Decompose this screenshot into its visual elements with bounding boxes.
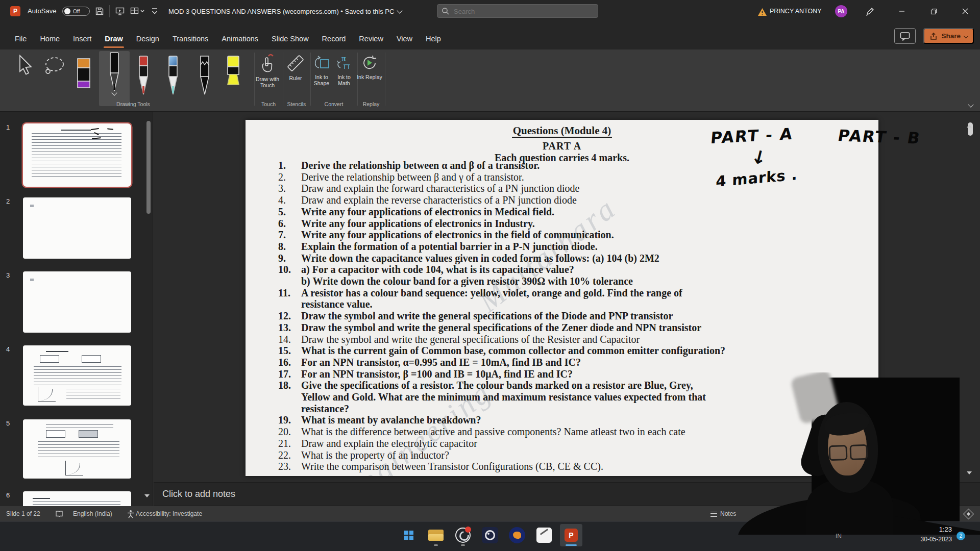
highlighter-tool[interactable] [226, 55, 241, 96]
ruler-button[interactable]: Ruler [283, 54, 308, 81]
question-text: What is the difference between active an… [301, 426, 685, 438]
question-text: Draw the symbol and write the general sp… [301, 310, 673, 322]
menu-tab[interactable]: Design [130, 30, 166, 49]
thumbnail-scroll-down-button[interactable] [144, 497, 150, 506]
webcam-app-icon[interactable] [479, 524, 501, 546]
scroll-down-button[interactable] [967, 474, 972, 484]
thumbnail-panel-scrollbar[interactable] [146, 121, 151, 214]
share-label: Share [941, 32, 961, 40]
menu-tab[interactable]: Slide Show [265, 30, 315, 49]
document-title[interactable]: MOD 3 QUESTIONS AND ANSWERS (wecompress.… [168, 0, 402, 22]
powerpoint-window: P AutoSave Off MOD 3 QUESTIONS AND ANSWE… [0, 0, 980, 551]
question-row: 15. What is the current gain of Common b… [278, 345, 878, 357]
customize-quick-access-toolbar-button[interactable] [149, 6, 160, 16]
select-tool[interactable] [16, 55, 35, 76]
whiteboard-app-icon[interactable] [533, 524, 555, 546]
start-presentation-button[interactable] [114, 6, 126, 16]
scroll-up-button[interactable] [967, 116, 972, 125]
question-list: 1. Derive the relationship between α and… [278, 160, 878, 472]
autosave-toggle[interactable]: Off [62, 7, 90, 16]
ink-to-math-icon: π [335, 54, 353, 72]
slide-thumbnail-2[interactable] [23, 197, 131, 259]
save-button[interactable] [94, 6, 105, 16]
menu-tab[interactable]: Help [419, 30, 448, 49]
menu-tab[interactable]: View [390, 30, 419, 49]
menu-tab[interactable]: Review [352, 30, 390, 49]
eraser-tool[interactable] [76, 58, 92, 90]
slide-thumbnail-5[interactable] [23, 419, 131, 479]
share-button[interactable]: Share [923, 28, 974, 44]
restore-button[interactable] [921, 0, 946, 22]
slide-thumbnail-1[interactable] [23, 123, 131, 187]
slide-thumbnail-3[interactable] [23, 271, 131, 333]
slide-thumbnail-6[interactable] [23, 491, 131, 506]
question-text: Draw and explain the electrolytic capaci… [301, 438, 477, 449]
collapse-ribbon-button[interactable] [969, 99, 973, 109]
question-text: resistance value. [301, 298, 373, 310]
question-row: Yellow and Gold. What are the minimum an… [278, 391, 878, 403]
language-status[interactable]: English (India) [73, 506, 112, 521]
notes-toggle-button[interactable]: Notes [710, 506, 736, 521]
fit-slide-to-window-button[interactable] [965, 506, 972, 521]
ink-replay-button[interactable]: Ink Replay [356, 54, 383, 80]
user-name[interactable]: PRINCY ANTONY [770, 0, 822, 22]
media-app-icon[interactable] [506, 524, 528, 546]
notes-pane[interactable]: Click to add notes [154, 482, 980, 506]
menu-tab[interactable]: Insert [66, 30, 98, 49]
divider [385, 53, 385, 106]
menu-tab[interactable]: Home [33, 30, 66, 49]
pen-black-tool[interactable] [99, 51, 130, 106]
pen-galaxy-tool[interactable] [166, 55, 180, 96]
quick-access-tool-button[interactable] [130, 6, 145, 16]
notification-badge[interactable]: 2 [957, 532, 965, 540]
tray-language-indicator[interactable]: IN [836, 533, 842, 540]
menu-tab[interactable]: Animations [215, 30, 265, 49]
question-text: Write any four applications of electroni… [301, 206, 554, 218]
slide-thumbnail-panel: 1 2 3 4 [0, 112, 153, 506]
spellcheck-icon[interactable] [55, 506, 63, 521]
search-input[interactable] [453, 5, 593, 18]
inking-mode-icon[interactable] [865, 6, 876, 16]
search-box[interactable] [437, 4, 598, 18]
question-text: What is the property of an inductor? [301, 449, 449, 461]
accessibility-status[interactable]: Accessibility: Investigate [136, 506, 202, 521]
group-label-touch: Touch [254, 101, 283, 107]
lasso-select-tool[interactable] [43, 55, 66, 78]
zoom-in-button[interactable]: + [928, 506, 933, 521]
question-number: 17. [278, 368, 301, 380]
slide-thumbnail-4[interactable] [23, 345, 131, 406]
ribbon-tab-row: File Home Insert Draw Design Transitions… [0, 22, 980, 49]
pen-red-tool[interactable] [137, 55, 150, 96]
zoom-out-button[interactable]: − [918, 506, 922, 521]
question-number: 16. [278, 357, 301, 368]
question-row: 23. Write the comparison between Transis… [278, 461, 878, 472]
obs-studio-icon[interactable] [452, 524, 474, 546]
menu-tab[interactable]: File [8, 30, 33, 49]
tray-clock-time[interactable]: 1:23 [922, 525, 952, 533]
menu-tab[interactable]: Draw [98, 30, 129, 49]
powerpoint-taskbar-icon[interactable]: P [560, 524, 582, 546]
warning-icon[interactable] [756, 7, 768, 17]
avatar[interactable]: PA [835, 5, 847, 17]
question-text: What is meant by avalanche breakdown? [301, 414, 481, 426]
tray-clock-date[interactable]: 30-05-2023 [915, 536, 952, 543]
minimize-button[interactable] [889, 0, 915, 22]
question-number: 23. [278, 461, 301, 472]
accessibility-icon[interactable] [127, 506, 135, 521]
question-number: 5. [278, 206, 301, 218]
question-text: A resistor has a colour band sequence: y… [301, 287, 682, 299]
ink-to-shape-button[interactable]: Ink to Shape [309, 54, 334, 86]
zoom-level[interactable]: 78% [944, 506, 957, 521]
start-button[interactable] [398, 524, 420, 546]
thumbnail-number: 6 [6, 491, 10, 499]
close-button[interactable] [952, 0, 978, 22]
menu-tab[interactable]: Transitions [166, 30, 215, 49]
pencil-tool[interactable] [198, 55, 211, 96]
file-explorer-icon[interactable] [425, 524, 447, 546]
ink-to-math-button[interactable]: π Ink to Math [333, 54, 355, 86]
comments-button[interactable] [894, 28, 916, 44]
slide-counter[interactable]: Slide 1 of 22 [6, 506, 40, 521]
menu-tab[interactable]: Record [315, 30, 353, 49]
draw-with-touch-button[interactable]: Draw with Touch [253, 54, 282, 88]
question-number: 1. [278, 160, 301, 171]
